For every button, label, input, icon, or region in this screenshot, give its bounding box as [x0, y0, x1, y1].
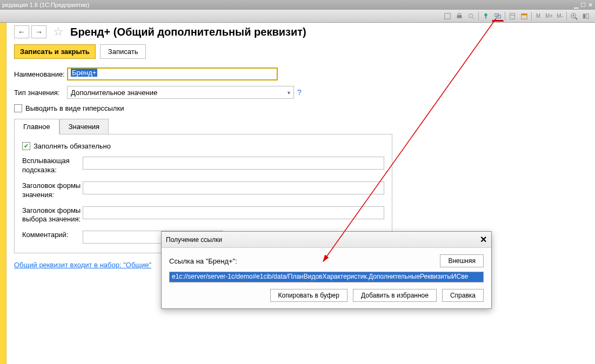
- hyperlink-checkbox[interactable]: [14, 104, 22, 112]
- panel-icon[interactable]: [580, 11, 592, 22]
- tooltip-input[interactable]: [83, 157, 384, 170]
- max-icon[interactable]: ☐: [580, 2, 586, 9]
- copy-button[interactable]: Копировать в буфер: [270, 289, 347, 302]
- name-input[interactable]: Бренд+: [67, 68, 278, 80]
- favorite-button[interactable]: Добавить в избранное: [353, 289, 437, 302]
- svg-rect-12: [522, 14, 527, 15]
- svg-rect-18: [586, 14, 589, 18]
- set-link[interactable]: Общий реквизит входит в набор: "Общие": [14, 261, 151, 269]
- svg-line-4: [472, 17, 474, 19]
- type-input[interactable]: [67, 86, 294, 99]
- preview-icon[interactable]: [465, 11, 477, 22]
- required-checkbox[interactable]: ✔: [22, 142, 30, 150]
- save-button[interactable]: Записать: [100, 44, 146, 59]
- name-label: Наименование:: [14, 70, 67, 78]
- tab-main[interactable]: Главное: [14, 119, 59, 134]
- help-button[interactable]: Справка: [442, 289, 484, 302]
- close-icon[interactable]: ✕: [588, 2, 593, 9]
- calendar-icon[interactable]: [518, 11, 530, 22]
- svg-rect-17: [583, 14, 585, 18]
- mem-m[interactable]: M: [533, 13, 544, 19]
- favorite-icon[interactable]: ☆: [53, 25, 64, 39]
- type-label: Тип значения:: [14, 89, 67, 97]
- back-button[interactable]: ←: [14, 25, 29, 38]
- selform-label: Заголовок формы выбора значения:: [22, 206, 83, 225]
- forward-button[interactable]: →: [31, 25, 46, 38]
- get-link-dialog: Получение ссылки ✕ Ссылка на "Бренд+": В…: [161, 231, 492, 309]
- mem-mplus[interactable]: M+: [544, 13, 554, 19]
- print-icon[interactable]: [453, 11, 465, 22]
- min-icon[interactable]: ▁: [574, 2, 578, 9]
- svg-rect-1: [457, 15, 462, 18]
- dropdown-icon[interactable]: ▾: [284, 86, 293, 98]
- app-title: редакция 1.6 (1С:Предприятие): [2, 2, 574, 8]
- save-and-close-button[interactable]: Записать и закрыть: [14, 44, 96, 59]
- dialog-link-label: Ссылка на "Бренд+":: [169, 257, 237, 265]
- valform-label: Заголовок формы значения:: [22, 181, 83, 200]
- get-link-icon[interactable]: [492, 11, 504, 22]
- tab-values[interactable]: Значения: [59, 119, 109, 134]
- valform-input[interactable]: [83, 181, 384, 194]
- dialog-close-button[interactable]: ✕: [480, 234, 487, 245]
- required-label: Заполнять обязательно: [34, 142, 111, 150]
- help-icon[interactable]: ?: [297, 88, 302, 97]
- left-rail: [0, 23, 6, 364]
- zoom-icon[interactable]: [568, 11, 580, 22]
- hyperlink-check-label: Выводить в виде гиперссылки: [25, 104, 124, 112]
- tooltip-label: Всплывающая подсказка:: [22, 157, 83, 175]
- link-green-icon[interactable]: [480, 11, 492, 22]
- svg-rect-6: [485, 16, 486, 18]
- svg-rect-2: [458, 13, 460, 15]
- svg-point-3: [469, 14, 473, 17]
- url-input[interactable]: e1c://server/server-1c/demo#e1cib/data/П…: [169, 272, 484, 282]
- external-button[interactable]: Внешняя: [440, 254, 484, 267]
- page-title: Бренд+ (Общий дополнительный реквизит): [70, 26, 306, 38]
- save-icon[interactable]: [442, 11, 453, 22]
- comment-label: Комментарий:: [22, 231, 83, 240]
- mem-mminus[interactable]: M-: [554, 13, 565, 19]
- svg-rect-0: [445, 13, 451, 19]
- svg-line-14: [576, 17, 578, 19]
- dialog-title: Получение ссылки: [166, 236, 222, 244]
- svg-rect-9: [510, 13, 515, 19]
- calc-icon[interactable]: [506, 11, 518, 22]
- selform-input[interactable]: [83, 206, 384, 219]
